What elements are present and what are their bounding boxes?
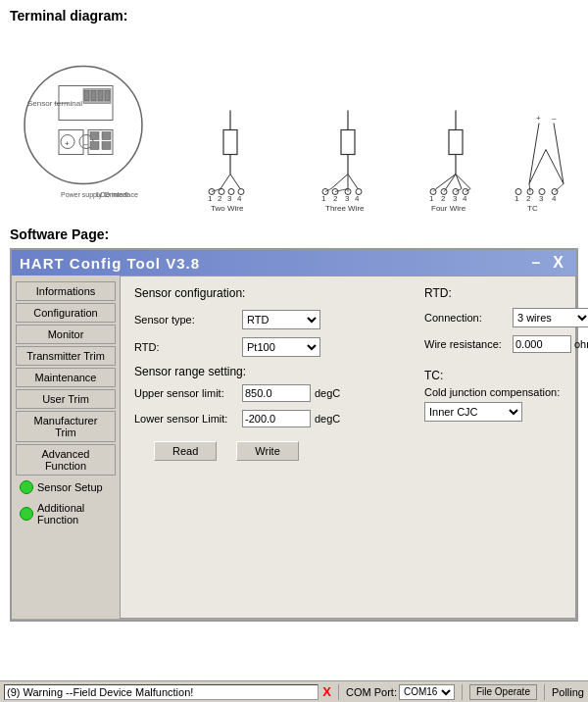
svg-point-0	[24, 67, 142, 184]
svg-rect-6	[105, 91, 110, 101]
sidebar-sensor-setup[interactable]: Sensor Setup	[16, 477, 116, 497]
rtd-right-title: RTD:	[424, 286, 588, 300]
svg-text:Three Wire: Three Wire	[325, 204, 365, 213]
additional-function-indicator	[20, 507, 33, 521]
software-page-title: Software Page:	[10, 226, 578, 242]
svg-line-62	[456, 175, 462, 189]
svg-line-60	[436, 175, 456, 189]
titlebar-buttons: – X	[527, 254, 568, 272]
polling-label: Polling	[552, 686, 584, 698]
svg-line-25	[230, 175, 240, 189]
svg-text:+: +	[65, 139, 70, 148]
svg-line-63	[456, 175, 470, 189]
sidebar-item-configuration[interactable]: Configuration	[16, 303, 116, 323]
sensor-type-label: Sensor type:	[134, 314, 242, 326]
action-buttons: Read Write	[154, 441, 562, 461]
lower-limit-input[interactable]	[242, 410, 311, 427]
wire-resistance-row: Wire resistance: ohm	[424, 335, 588, 353]
hart-window-title: HART Config Tool V3.8	[20, 255, 200, 272]
sensor-type-select[interactable]: RTD TC mV Ohm	[242, 310, 320, 329]
tc-title: TC:	[424, 369, 588, 382]
software-section: Software Page: HART Config Tool V3.8 – X…	[0, 223, 588, 622]
minimize-button[interactable]: –	[527, 254, 545, 272]
rtd-label: RTD:	[134, 341, 242, 353]
connection-select[interactable]: 2 wires 3 wires 4 wires	[513, 308, 588, 327]
svg-rect-5	[98, 91, 103, 101]
svg-text:–: –	[552, 114, 557, 123]
sidebar-item-advanced-function[interactable]: Advanced Function	[16, 444, 116, 476]
status-warning-input[interactable]	[4, 684, 318, 700]
sidebar-additional-function[interactable]: AdditionalFunction	[16, 499, 116, 528]
svg-rect-58	[449, 130, 463, 155]
sidebar-item-user-trim[interactable]: User Trim	[16, 389, 116, 409]
lower-limit-unit: degC	[315, 413, 340, 425]
status-divider-1	[338, 684, 339, 700]
sidebar-item-transmitter-trim[interactable]: Transmitter Trim	[16, 346, 116, 366]
svg-text:RTD: RTD	[333, 214, 350, 217]
status-divider-2	[462, 684, 463, 700]
tc-section: TC: Cold junction compensation: Inner CJ…	[424, 369, 588, 422]
svg-line-41	[331, 175, 348, 189]
status-divider-3	[544, 684, 545, 700]
terminal-diagram-svg: + – Sensor terminal Power supply termina…	[10, 29, 578, 216]
lower-limit-label: Lower sensor Limit:	[134, 413, 242, 425]
read-button[interactable]: Read	[154, 441, 217, 461]
sidebar-item-monitor[interactable]: Monitor	[16, 325, 116, 344]
connection-label: Connection:	[424, 312, 513, 324]
svg-rect-39	[341, 130, 355, 155]
close-button[interactable]: X	[549, 254, 568, 272]
svg-line-93	[555, 184, 564, 192]
sidebar-item-manufacturer-trim[interactable]: Manufacturer Trim	[16, 411, 116, 442]
svg-line-24	[220, 175, 230, 189]
sensor-setup-label: Sensor Setup	[37, 481, 103, 493]
right-panel: RTD: Connection: 2 wires 3 wires 4 wires…	[424, 286, 588, 422]
svg-text:LCD interface: LCD interface	[96, 191, 138, 198]
svg-rect-4	[91, 91, 96, 101]
svg-rect-3	[84, 91, 89, 101]
sensor-setup-indicator	[20, 480, 33, 494]
hart-footer	[12, 619, 576, 620]
svg-rect-14	[102, 132, 111, 140]
additional-function-label: AdditionalFunction	[37, 502, 84, 526]
svg-line-92	[529, 184, 530, 192]
svg-text:Sensor terminal: Sensor terminal	[27, 99, 82, 108]
svg-line-43	[348, 175, 358, 189]
sidebar-item-informations[interactable]: Informations	[16, 281, 116, 301]
svg-text:–: –	[83, 139, 88, 148]
upper-limit-unit: degC	[315, 387, 340, 399]
terminal-diagram-title: Terminal diagram:	[10, 8, 578, 24]
svg-rect-22	[223, 130, 237, 155]
svg-rect-13	[90, 132, 99, 140]
comport-section: COM Port: COM1 COM2 COM8 COM16	[346, 684, 455, 700]
sidebar: Informations Configuration Monitor Trans…	[12, 276, 120, 619]
sidebar-item-maintenance[interactable]: Maintenance	[16, 368, 116, 387]
wire-resistance-unit: ohm	[574, 338, 588, 350]
cjc-select[interactable]: Inner CJC External Fixed	[424, 402, 522, 422]
comport-select[interactable]: COM1 COM2 COM8 COM16	[399, 684, 455, 700]
comport-label: COM Port:	[346, 686, 397, 698]
svg-line-61	[446, 175, 456, 189]
connection-row: Connection: 2 wires 3 wires 4 wires	[424, 308, 588, 327]
svg-text:TC: TC	[527, 204, 538, 213]
status-message: X	[4, 684, 331, 700]
hart-titlebar: HART Config Tool V3.8 – X	[12, 250, 576, 276]
upper-limit-input[interactable]	[242, 384, 311, 402]
wire-resistance-input[interactable]	[513, 335, 571, 353]
rtd-select[interactable]: Pt100 Pt500 Pt1000 Ni100	[242, 337, 320, 357]
terminal-diagram-section: Terminal diagram: + – Sensor terminal Po…	[0, 0, 588, 223]
svg-text:RTD: RTD	[218, 214, 234, 217]
svg-rect-16	[102, 142, 111, 150]
upper-limit-label: Upper sensor limit:	[134, 387, 242, 399]
svg-rect-15	[90, 142, 99, 150]
file-operate-button[interactable]: File Operate	[469, 684, 537, 700]
status-red-x: X	[322, 684, 331, 699]
wire-resistance-label: Wire resistance:	[424, 338, 513, 350]
hart-body: Informations Configuration Monitor Trans…	[12, 276, 576, 619]
svg-text:Two Wire: Two Wire	[211, 204, 244, 213]
statusbar: X COM Port: COM1 COM2 COM8 COM16 File Op…	[0, 680, 588, 702]
svg-text:RTD: RTD	[439, 214, 456, 217]
svg-text:Four Wire: Four Wire	[431, 204, 466, 213]
write-button[interactable]: Write	[236, 441, 298, 461]
main-content: Sensor configuration: Sensor type: RTD T…	[120, 276, 576, 619]
hart-window: HART Config Tool V3.8 – X Informations C…	[10, 248, 578, 622]
